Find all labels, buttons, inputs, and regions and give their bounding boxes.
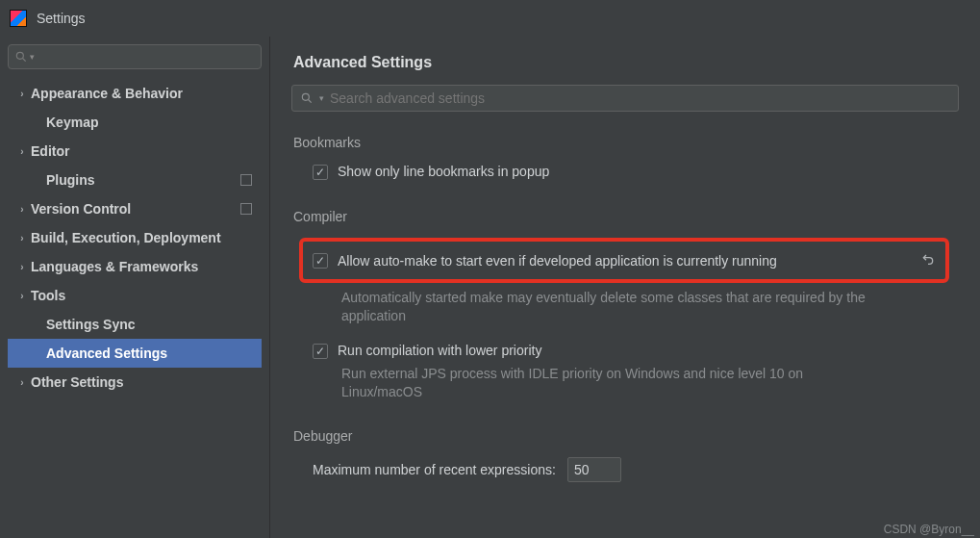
option-label: Run compilation with lower priority [338, 343, 541, 358]
search-icon [300, 91, 314, 105]
highlight-annotation: Allow auto-make to start even if develop… [299, 238, 949, 283]
project-badge-icon [240, 174, 252, 186]
reset-icon[interactable] [920, 251, 936, 269]
settings-content-panel: Advanced Settings ▾ Bookmarks Show only … [270, 37, 980, 538]
watermark-text: CSDN @Byron__ [884, 523, 974, 536]
sidebar-item-settings-sync[interactable]: ›Settings Sync [8, 310, 262, 339]
svg-line-1 [23, 59, 26, 62]
checkbox-lower-priority[interactable] [313, 344, 328, 359]
content-search-field[interactable] [330, 90, 950, 106]
checkbox-show-line-bookmarks[interactable] [313, 165, 328, 180]
chevron-right-icon: › [15, 233, 29, 243]
sidebar-item-editor[interactable]: ›Editor [8, 137, 262, 166]
sidebar-item-plugins[interactable]: ›Plugins [8, 166, 262, 194]
settings-tree: ›Appearance & Behavior ›Keymap ›Editor ›… [8, 79, 262, 397]
window-titlebar: Settings [0, 0, 980, 37]
sidebar-item-version-control[interactable]: ›Version Control [8, 194, 262, 223]
sidebar-item-other-settings[interactable]: ›Other Settings [8, 368, 262, 397]
field-label-max-expressions: Maximum number of recent expressions: [313, 462, 556, 477]
section-heading-compiler: Compiler [293, 209, 959, 224]
chevron-right-icon: › [15, 89, 29, 99]
sidebar-item-advanced-settings[interactable]: ›Advanced Settings [8, 339, 262, 368]
chevron-right-icon: › [15, 377, 29, 388]
svg-point-2 [302, 93, 309, 100]
window-title: Settings [37, 11, 86, 26]
content-search-input[interactable]: ▾ [291, 85, 959, 112]
dropdown-caret-icon: ▾ [30, 52, 35, 62]
option-description: Automatically started make may eventuall… [291, 289, 888, 325]
intellij-icon [10, 10, 27, 27]
option-label: Allow auto-make to start even if develop… [338, 253, 777, 269]
dropdown-caret-icon: ▾ [319, 93, 324, 103]
project-badge-icon [240, 203, 252, 215]
svg-line-3 [309, 100, 312, 103]
checkbox-allow-auto-make[interactable] [313, 253, 328, 269]
chevron-right-icon: › [15, 146, 29, 157]
sidebar-item-build-execution-deployment[interactable]: ›Build, Execution, Deployment [8, 223, 262, 252]
section-heading-bookmarks: Bookmarks [293, 135, 959, 150]
option-description: Run external JPS process with IDLE prior… [291, 365, 888, 401]
section-heading-debugger: Debugger [293, 428, 959, 444]
sidebar-item-languages-frameworks[interactable]: ›Languages & Frameworks [8, 252, 262, 281]
sidebar-search-input[interactable]: ▾ [8, 44, 262, 69]
sidebar-item-keymap[interactable]: ›Keymap [8, 108, 262, 137]
chevron-right-icon: › [15, 291, 29, 301]
search-icon [14, 50, 28, 64]
settings-sidebar: ▾ ›Appearance & Behavior ›Keymap ›Editor… [0, 37, 270, 538]
sidebar-item-tools[interactable]: ›Tools [8, 281, 262, 310]
chevron-right-icon: › [15, 262, 29, 272]
option-label: Show only line bookmarks in popup [338, 164, 549, 179]
sidebar-item-appearance-behavior[interactable]: ›Appearance & Behavior [8, 79, 262, 108]
input-max-expressions[interactable] [567, 457, 621, 482]
page-title: Advanced Settings [293, 54, 959, 71]
svg-point-0 [16, 52, 23, 59]
chevron-right-icon: › [15, 204, 29, 215]
